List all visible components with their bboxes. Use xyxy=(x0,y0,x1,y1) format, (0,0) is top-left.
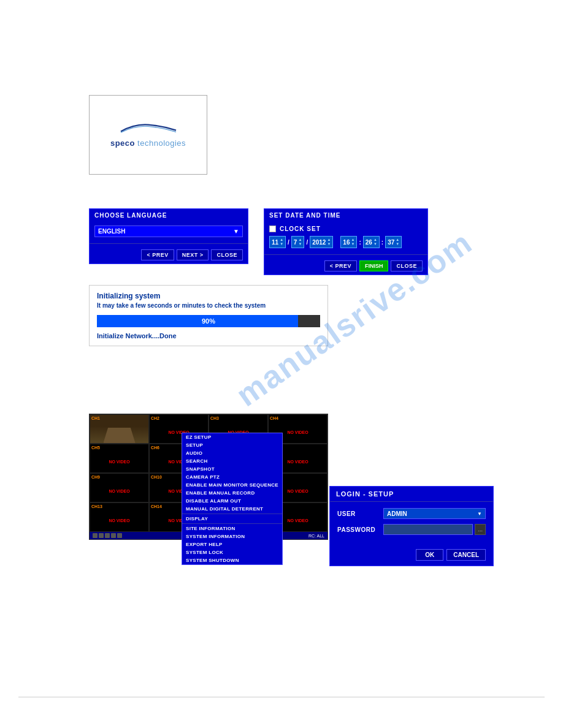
context-menu: EZ SETUP SETUP AUDIO SEARCH SNAPSHOT CAM… xyxy=(182,433,283,565)
ctx-separator-2 xyxy=(182,523,282,524)
ctx-item-disable-alarm[interactable]: DISABLE ALARM OUT xyxy=(182,497,282,505)
dvr-cell-ch1: CH1 xyxy=(90,414,149,444)
next-button[interactable]: NEXT > xyxy=(177,249,209,260)
logo-arc-svg xyxy=(115,123,182,134)
dvr-ch13-label: CH13 xyxy=(91,504,102,509)
ctx-item-ez-setup[interactable]: EZ SETUP xyxy=(182,433,282,441)
datetime-fields: 11 ▲▼ / 7 ▲▼ / 2012 ▲▼ 16 ▲▼ : 26 ▲▼ xyxy=(269,236,423,248)
prev-button[interactable]: < PREV xyxy=(141,249,174,260)
ctx-item-site-info[interactable]: SITE INFORMATION xyxy=(182,525,282,533)
dvr-ch5-status: NO VIDEO xyxy=(109,460,129,464)
cancel-button[interactable]: CANCEL xyxy=(446,549,486,561)
language-select-row: ENGLISH ▼ xyxy=(90,222,248,241)
ctx-item-enable-main-monitor[interactable]: ENABLE MAIN MONITOR SEQUENCE xyxy=(182,481,282,489)
ctx-item-snapshot[interactable]: SNAPSHOT xyxy=(182,465,282,473)
dvr-ch9-label: CH9 xyxy=(91,475,100,479)
language-value: ENGLISH xyxy=(98,228,125,235)
user-label: USER xyxy=(337,510,383,517)
year-field[interactable]: 2012 ▲▼ xyxy=(310,236,333,248)
ctx-item-export-help[interactable]: EXPORT HELP xyxy=(182,540,282,548)
clock-set-row: CLOCK SET xyxy=(269,226,423,232)
dvr-ch10-label: CH10 xyxy=(151,475,162,479)
dvr-ch4-label: CH4 xyxy=(270,416,278,420)
clock-set-checkbox[interactable] xyxy=(269,226,276,232)
ctx-item-audio[interactable]: AUDIO xyxy=(182,449,282,457)
ctx-separator-1 xyxy=(182,514,282,514)
dvr-icon-4 xyxy=(111,533,116,538)
second-field[interactable]: 37 ▲▼ xyxy=(385,236,402,248)
init-title: Initializing system xyxy=(97,292,320,300)
dvr-icon-5 xyxy=(117,533,122,538)
dvr-ch6-label: CH6 xyxy=(151,446,159,450)
datetime-prev-button[interactable]: < PREV xyxy=(324,260,357,271)
login-buttons: OK CANCEL xyxy=(330,546,493,566)
user-input[interactable]: ADMIN ▼ xyxy=(383,508,486,519)
user-dropdown-icon: ▼ xyxy=(477,511,482,517)
set-datetime-title: SET DATE AND TIME xyxy=(264,209,427,222)
progress-bar-fill xyxy=(97,315,298,327)
logo: speco technologies xyxy=(110,123,186,148)
ctx-item-enable-manual-record[interactable]: ENABLE MANUAL RECORD xyxy=(182,489,282,497)
dvr-ch13-status: NO VIDEO xyxy=(109,518,129,523)
close-button[interactable]: CLOSE xyxy=(211,249,243,260)
login-setup-panel: LOGIN - SETUP USER ADMIN ▼ PASSWORD ... … xyxy=(329,486,494,566)
init-status: Initialize Network....Done xyxy=(97,332,320,339)
dvr-icon-1 xyxy=(93,533,98,538)
dvr-ch1-label: CH1 xyxy=(91,416,100,420)
dvr-cell-ch13: CH13 NO VIDEO xyxy=(90,502,149,532)
ctx-item-system-lock[interactable]: SYSTEM LOCK xyxy=(182,548,282,556)
ctx-item-camera-ptz[interactable]: CAMERA PTZ xyxy=(182,473,282,481)
dvr-icon-3 xyxy=(105,533,110,538)
choose-language-panel: CHOOSE LANGUAGE ENGLISH ▼ < PREV NEXT > … xyxy=(89,208,248,264)
ok-button[interactable]: OK xyxy=(416,549,443,561)
dvr-icons xyxy=(93,533,122,538)
dvr-cell-ch5: CH5 NO VIDEO xyxy=(90,444,149,473)
datetime-buttons: < PREV FINISH CLOSE xyxy=(264,257,427,275)
password-label: PASSWORD xyxy=(337,526,383,533)
progress-bar-text: 90% xyxy=(202,317,215,325)
minute-field[interactable]: 26 ▲▼ xyxy=(363,236,380,248)
language-buttons: < PREV NEXT > CLOSE xyxy=(90,246,248,264)
password-input-wrap: ... xyxy=(383,524,486,535)
ctx-item-system-shutdown[interactable]: SYSTEM SHUTDOWN xyxy=(182,556,282,564)
dvr-rc: RC: ALL xyxy=(308,534,324,538)
ctx-item-setup[interactable]: SETUP xyxy=(182,441,282,449)
password-input[interactable] xyxy=(383,524,473,535)
ctx-item-system-info[interactable]: SYSTEM INFORMATION xyxy=(182,533,282,540)
dvr-ch2-label: CH2 xyxy=(151,416,159,420)
dvr-ch3-label: CH3 xyxy=(210,416,219,420)
ctx-item-manual-digital[interactable]: MANUAL DIGITAL DETERRENT xyxy=(182,505,282,513)
bottom-divider xyxy=(18,697,545,697)
choose-language-title: CHOOSE LANGUAGE xyxy=(90,209,248,222)
dvr-ch12-status: NO VIDEO xyxy=(287,489,308,493)
dvr-ch5-label: CH5 xyxy=(91,446,100,450)
hour-field[interactable]: 16 ▲▼ xyxy=(340,236,357,248)
clock-set-label: CLOCK SET xyxy=(280,226,321,232)
datetime-body: CLOCK SET 11 ▲▼ / 7 ▲▼ / 2012 ▲▼ 16 ▲▼ : xyxy=(264,222,427,252)
dropdown-arrow-icon: ▼ xyxy=(233,228,239,235)
dvr-ch9-status: NO VIDEO xyxy=(109,489,129,493)
logo-container: speco technologies xyxy=(89,95,207,175)
dvr-cell-ch9: CH9 NO VIDEO xyxy=(90,473,149,502)
dvr-ch4-status: NO VIDEO xyxy=(287,430,308,434)
login-body: USER ADMIN ▼ PASSWORD ... xyxy=(330,502,493,546)
set-datetime-panel: SET DATE AND TIME CLOCK SET 11 ▲▼ / 7 ▲▼… xyxy=(264,208,428,275)
dvr-icon-2 xyxy=(99,533,104,538)
language-dropdown[interactable]: ENGLISH ▼ xyxy=(94,226,243,237)
day-field[interactable]: 7 ▲▼ xyxy=(291,236,305,248)
month-field[interactable]: 11 ▲▼ xyxy=(269,236,286,248)
finish-button[interactable]: FINISH xyxy=(359,260,389,271)
password-dots-button[interactable]: ... xyxy=(475,524,486,535)
ctx-item-search[interactable]: SEARCH xyxy=(182,457,282,465)
ctx-item-display[interactable]: DISPLAY xyxy=(182,515,282,523)
init-panel: Initializing system It may take a few se… xyxy=(89,285,328,346)
logo-text: speco technologies xyxy=(110,138,186,148)
progress-bar-container: 90% xyxy=(97,315,320,327)
datetime-close-button[interactable]: CLOSE xyxy=(391,260,423,271)
init-subtitle: It may take a few seconds or minutes to … xyxy=(97,302,320,309)
dvr-ch14-label: CH14 xyxy=(151,504,162,509)
dvr-ch16-status: NO VIDEO xyxy=(287,518,308,523)
dvr-ch8-status: NO VIDEO xyxy=(287,460,308,464)
user-input-wrap: ADMIN ▼ xyxy=(383,508,486,519)
password-row: PASSWORD ... xyxy=(337,524,486,535)
